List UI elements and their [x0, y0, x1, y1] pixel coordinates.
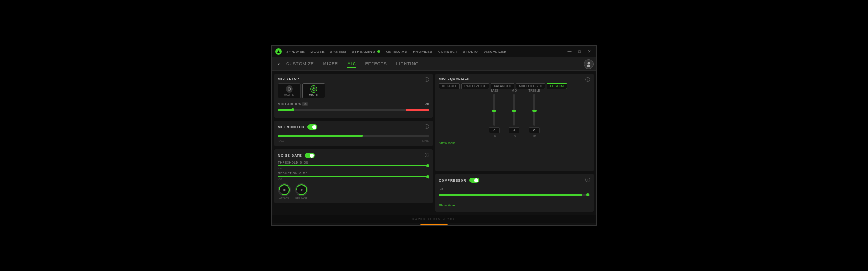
- nav-keyboard[interactable]: KEYBOARD: [386, 50, 407, 54]
- preset-mid-focused[interactable]: MID FOCUSED: [516, 83, 545, 89]
- slider-fill: [278, 109, 293, 111]
- eq-show-more[interactable]: Show More: [439, 141, 455, 145]
- eq-sliders: BASS 0 dB MID: [439, 93, 590, 138]
- profile-avatar[interactable]: [584, 59, 594, 69]
- threshold-label: THRESHOLD 0 dB: [278, 161, 429, 164]
- mid-db: dB: [513, 135, 516, 138]
- reduction-slider[interactable]: [278, 176, 429, 177]
- monitor-thumb[interactable]: [360, 135, 363, 137]
- tab-mic[interactable]: MIC: [347, 61, 356, 68]
- preset-default[interactable]: DEFAULT: [439, 83, 460, 89]
- mic-in-button[interactable]: MIC IN: [302, 83, 325, 98]
- toggle-knob: [310, 154, 314, 158]
- back-button[interactable]: ‹: [274, 60, 283, 69]
- compressor-title: COMPRESSOR: [439, 179, 467, 182]
- mid-thumb[interactable]: [512, 110, 516, 112]
- monitor-volume-slider[interactable]: [278, 133, 429, 139]
- eq-info-icon[interactable]: i: [585, 77, 590, 82]
- nav-profiles[interactable]: PROFILES: [413, 50, 433, 54]
- aux-in-label: AUX IN: [284, 93, 294, 96]
- nav-visualizer[interactable]: VISUALIZER: [483, 50, 507, 54]
- mic-gain-label: MIC GAIN 0 % % dB: [278, 102, 429, 106]
- reduction-ends: -60 0: [278, 178, 429, 181]
- streaming-indicator: [377, 50, 380, 53]
- mic-input-row: AUX IN MIC IN: [278, 83, 429, 98]
- compressor-toggle[interactable]: [469, 178, 479, 183]
- monitor-slider-labels: LOW HIGH: [278, 140, 429, 143]
- noise-gate-panel: i NOISE GATE THRESHOLD 0 dB: [274, 149, 433, 203]
- release-dial[interactable]: 02: [295, 183, 308, 196]
- nav-system[interactable]: SYSTEM: [330, 50, 346, 54]
- title-bar-left: SYNAPSE MOUSE SYSTEM STREAMING KEYBOARD …: [275, 48, 507, 55]
- bass-value: 0: [489, 127, 500, 133]
- mic-setup-info-icon[interactable]: i: [425, 77, 429, 82]
- bottom-bar: [272, 223, 596, 225]
- threshold-thumb[interactable]: [426, 164, 429, 167]
- compressor-header: COMPRESSOR: [439, 178, 590, 183]
- slider-thumb[interactable]: [292, 108, 294, 111]
- tab-effects[interactable]: EFFECTS: [365, 61, 387, 68]
- gain-unit: %: [302, 102, 308, 106]
- nav-streaming[interactable]: STREAMING: [352, 50, 380, 54]
- compressor-show-more[interactable]: Show More: [439, 204, 455, 207]
- noise-gate-toggle[interactable]: [305, 153, 315, 158]
- toggle-knob: [312, 125, 316, 129]
- compressor-fill: [439, 194, 582, 196]
- bottom-bar-accent: [420, 224, 448, 225]
- mic-monitor-panel: i MIC MONITOR LOW HIGH: [274, 121, 433, 146]
- nav-studio[interactable]: STUDIO: [463, 50, 478, 54]
- tab-customize[interactable]: CUSTOMIZE: [286, 61, 314, 68]
- slider-track: [278, 136, 429, 137]
- tab-mixer[interactable]: MIXER: [323, 61, 339, 68]
- bass-col: BASS 0 dB: [489, 89, 500, 138]
- compressor-info-icon[interactable]: i: [585, 178, 590, 182]
- attack-label: ATTACK: [279, 197, 290, 200]
- aux-in-button[interactable]: AUX IN: [278, 83, 301, 98]
- main-content: MIC SETUP i AUX IN: [272, 71, 596, 215]
- noise-gate-info-icon[interactable]: i: [425, 153, 429, 157]
- mic-monitor-toggle[interactable]: [307, 124, 317, 130]
- eq-title: MIC EQUALIZER: [439, 77, 590, 80]
- nav-synapse[interactable]: SYNAPSE: [286, 50, 305, 54]
- mic-in-label: MIC IN: [309, 93, 319, 96]
- mid-slider[interactable]: [513, 94, 515, 126]
- window-controls: — □ ✕: [566, 48, 593, 55]
- reduction-thumb[interactable]: [426, 175, 429, 178]
- attack-dial[interactable]: 10: [278, 183, 291, 196]
- nav-tabs: CUSTOMIZE MIXER MIC EFFECTS LIGHTING: [286, 61, 584, 68]
- bass-thumb[interactable]: [492, 110, 496, 112]
- compressor-thumb[interactable]: [586, 193, 589, 196]
- treble-thumb[interactable]: [532, 110, 537, 112]
- close-button[interactable]: ✕: [586, 48, 593, 55]
- treble-label: TREBLE: [528, 89, 540, 92]
- mid-label: MID: [511, 89, 517, 92]
- right-column: MIC EQUALIZER i DEFAULT RADIO VOICE BALA…: [435, 74, 594, 212]
- nav-connect[interactable]: CONNECT: [438, 50, 458, 54]
- reduction-fill: [278, 176, 429, 177]
- mic-gain-slider[interactable]: [278, 107, 429, 112]
- compressor-slider[interactable]: [439, 192, 590, 197]
- dials-row: 10 ATTACK 02 RELEASE: [278, 183, 429, 200]
- danger-zone: [406, 109, 429, 111]
- svg-point-1: [587, 65, 590, 67]
- razer-logo: [275, 48, 282, 55]
- tab-lighting[interactable]: LIGHTING: [396, 61, 419, 68]
- noise-gate-title: NOISE GATE: [278, 154, 302, 157]
- treble-slider[interactable]: [533, 94, 535, 126]
- attack-dial-container: 10 ATTACK: [278, 183, 291, 200]
- compressor-track: [439, 194, 590, 196]
- bass-slider[interactable]: [493, 94, 495, 126]
- mic-monitor-info-icon[interactable]: i: [425, 124, 429, 129]
- threshold-slider[interactable]: [278, 165, 429, 166]
- preset-balanced[interactable]: BALANCED: [491, 83, 514, 89]
- left-column: MIC SETUP i AUX IN: [274, 74, 433, 212]
- nav-mouse[interactable]: MOUSE: [310, 50, 325, 54]
- footer-text: RAZER AUDIO MIXER: [412, 218, 455, 220]
- compressor-panel: i COMPRESSOR -38 Show More: [435, 174, 594, 212]
- preset-custom[interactable]: CUSTOM: [547, 83, 567, 89]
- minimize-button[interactable]: —: [566, 48, 573, 55]
- preset-radio-voice[interactable]: RADIO VOICE: [461, 83, 489, 89]
- release-dial-container: 02 RELEASE: [295, 183, 308, 200]
- mic-monitor-header: MIC MONITOR: [278, 124, 429, 130]
- maximize-button[interactable]: □: [576, 48, 583, 55]
